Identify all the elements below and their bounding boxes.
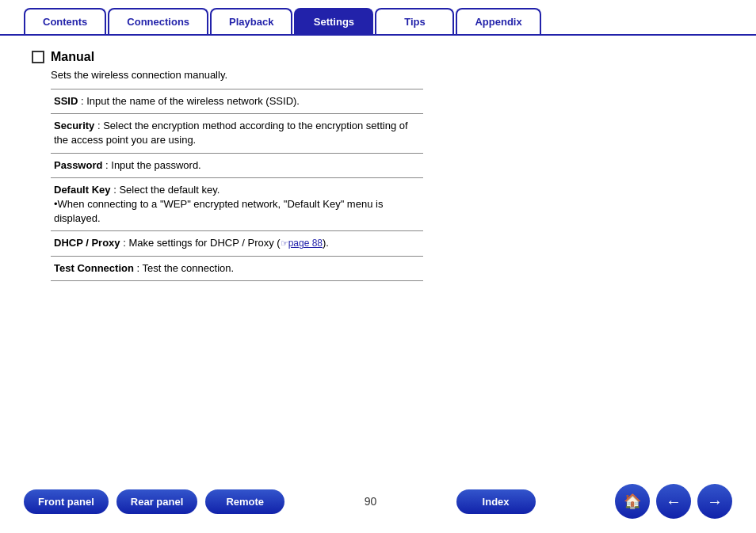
row-ssid: SSID : Input the name of the wireless ne… bbox=[51, 89, 423, 114]
row-test-connection: Test Connection : Test the connection. bbox=[51, 256, 423, 280]
section-heading: Manual bbox=[32, 50, 724, 64]
page-ref-icon: ☞ bbox=[281, 238, 288, 249]
table-row: Test Connection : Test the connection. bbox=[51, 256, 423, 280]
back-button[interactable]: ← bbox=[656, 484, 691, 519]
term-security: Security bbox=[54, 120, 94, 131]
tab-tips[interactable]: Tips bbox=[375, 8, 454, 34]
home-button[interactable]: 🏠 bbox=[615, 484, 650, 519]
tab-playback[interactable]: Playback bbox=[210, 8, 292, 34]
remote-button[interactable]: Remote bbox=[205, 489, 284, 514]
def-dhcp-proxy-end: ). bbox=[323, 237, 329, 249]
subtitle-text: Sets the wireless connection manually. bbox=[51, 69, 724, 81]
def-password: Input the password. bbox=[111, 159, 200, 171]
tab-settings[interactable]: Settings bbox=[294, 8, 373, 34]
heading-text: Manual bbox=[51, 50, 94, 64]
forward-arrow-icon: → bbox=[707, 493, 723, 511]
tab-bar: Contents Connections Playback Settings T… bbox=[0, 0, 756, 36]
table-row: DHCP / Proxy : Make settings for DHCP / … bbox=[51, 231, 423, 256]
table-row: Default Key : Select the default key. •W… bbox=[51, 177, 423, 231]
checkbox-icon bbox=[32, 51, 44, 63]
row-password: Password : Input the password. bbox=[51, 153, 423, 177]
term-ssid: SSID bbox=[54, 95, 78, 107]
front-panel-button[interactable]: Front panel bbox=[24, 489, 109, 514]
def-test-connection: Test the connection. bbox=[142, 262, 234, 274]
table-row: SSID : Input the name of the wireless ne… bbox=[51, 89, 423, 114]
row-dhcp-proxy: DHCP / Proxy : Make settings for DHCP / … bbox=[51, 231, 423, 256]
tab-appendix[interactable]: Appendix bbox=[456, 8, 540, 34]
table-row: Password : Input the password. bbox=[51, 153, 423, 177]
tab-connections[interactable]: Connections bbox=[108, 8, 208, 34]
footer-left: Front panel Rear panel Remote bbox=[24, 489, 284, 514]
def-default-key: Select the default key. bbox=[119, 184, 220, 196]
def-security: Select the encryption method according t… bbox=[54, 120, 408, 146]
sep-default-key: : bbox=[111, 184, 120, 196]
sep-dhcp-proxy: : bbox=[120, 237, 129, 249]
term-test-connection: Test Connection bbox=[54, 262, 134, 274]
home-icon: 🏠 bbox=[624, 493, 641, 510]
def-dhcp-proxy: Make settings for DHCP / Proxy ( bbox=[128, 237, 280, 249]
settings-table: SSID : Input the name of the wireless ne… bbox=[51, 89, 423, 281]
table-row: Security : Select the encryption method … bbox=[51, 114, 423, 153]
footer-right: 🏠 ← → bbox=[615, 484, 732, 519]
main-content: Manual Sets the wireless connection manu… bbox=[0, 36, 756, 289]
term-dhcp-proxy: DHCP / Proxy bbox=[54, 237, 120, 249]
def-ssid: Input the name of the wireless network (… bbox=[86, 95, 300, 107]
row-security: Security : Select the encryption method … bbox=[51, 114, 423, 153]
tab-contents[interactable]: Contents bbox=[24, 8, 106, 34]
term-password: Password bbox=[54, 159, 102, 171]
sep-security: : bbox=[94, 120, 103, 131]
index-button[interactable]: Index bbox=[456, 489, 536, 514]
footer: Front panel Rear panel Remote 90 Index 🏠… bbox=[0, 484, 756, 519]
footer-center: 90 bbox=[365, 495, 377, 508]
page-ref-link[interactable]: page 88 bbox=[288, 238, 323, 249]
sep-password: : bbox=[102, 159, 111, 171]
bullet-text: •When connecting to a "WEP" encrypted ne… bbox=[54, 198, 383, 224]
sep-test-connection: : bbox=[134, 262, 143, 274]
rear-panel-button[interactable]: Rear panel bbox=[116, 489, 197, 514]
sep-ssid: : bbox=[78, 95, 86, 107]
back-arrow-icon: ← bbox=[666, 493, 682, 511]
term-default-key: Default Key bbox=[54, 184, 111, 196]
forward-button[interactable]: → bbox=[697, 484, 732, 519]
page-number: 90 bbox=[365, 495, 377, 508]
row-default-key: Default Key : Select the default key. •W… bbox=[51, 177, 423, 231]
